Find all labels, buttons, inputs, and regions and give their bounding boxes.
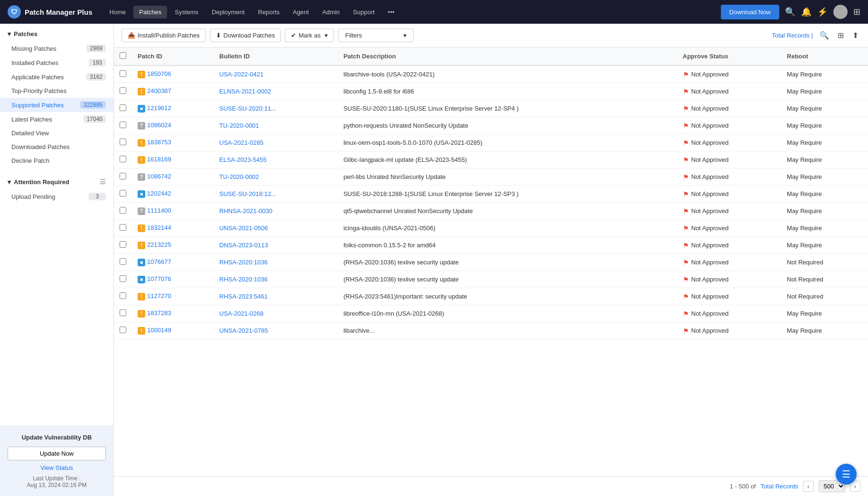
sidebar-item-downloaded-patches[interactable]: Downloaded Patches xyxy=(0,140,113,154)
patch-id-link[interactable]: 1618169 xyxy=(147,156,171,163)
sidebar-item-installed-patches[interactable]: Installed Patches193 xyxy=(0,56,113,70)
row-checkbox-13[interactable] xyxy=(120,292,126,299)
patch-id-link[interactable]: 1077076 xyxy=(147,275,171,282)
patch-id-link[interactable]: 1202442 xyxy=(147,190,171,197)
update-now-button[interactable]: Update Now xyxy=(8,447,106,460)
nav-item-reports[interactable]: Reports xyxy=(252,6,285,19)
bulletin-id-link[interactable]: RHSA-2020:1036 xyxy=(219,276,268,283)
patch-id-link[interactable]: 2213225 xyxy=(147,241,171,248)
row-checkbox-cell[interactable] xyxy=(114,66,132,83)
sidebar-item-upload-pending[interactable]: Upload Pending3 xyxy=(0,189,113,204)
fab-chat-button[interactable]: ☰ xyxy=(836,464,857,485)
bulletin-id-link[interactable]: SUSE-SU-2020:11... xyxy=(219,105,276,112)
select-all-checkbox[interactable] xyxy=(120,52,126,59)
row-checkbox-11[interactable] xyxy=(120,258,126,265)
nav-item-support[interactable]: Support xyxy=(347,6,381,19)
sidebar-item-latest-patches[interactable]: Latest Patches17040 xyxy=(0,112,113,126)
patch-id-link[interactable]: 1000149 xyxy=(147,327,171,334)
nav-item-•••[interactable]: ••• xyxy=(382,6,400,19)
bulletin-id-link[interactable]: RHSA-2023:5461 xyxy=(219,293,268,300)
bulletin-id-link[interactable]: UNSA-2021-0506 xyxy=(219,225,268,232)
patch-id-link[interactable]: 1086024 xyxy=(147,122,171,129)
row-checkbox-cell[interactable] xyxy=(114,100,132,117)
bell-icon[interactable]: 🔔 xyxy=(801,7,812,17)
select-all-header[interactable] xyxy=(114,47,132,66)
row-checkbox-cell[interactable] xyxy=(114,168,132,186)
row-checkbox-0[interactable] xyxy=(120,70,126,77)
row-checkbox-9[interactable] xyxy=(120,224,126,231)
row-checkbox-5[interactable] xyxy=(120,156,126,162)
row-checkbox-cell[interactable] xyxy=(114,305,132,322)
row-checkbox-1[interactable] xyxy=(120,87,126,94)
bulletin-id-link[interactable]: RHSA-2020:1036 xyxy=(219,259,268,266)
download-patches-button[interactable]: ⬇ Download Patches xyxy=(210,28,281,42)
row-checkbox-cell[interactable] xyxy=(114,83,132,100)
sidebar-item-decline-patch[interactable]: Decline Patch xyxy=(0,154,113,168)
patch-id-link[interactable]: 1111400 xyxy=(147,207,171,214)
patch-id-link[interactable]: 1832144 xyxy=(147,224,171,231)
row-checkbox-3[interactable] xyxy=(120,122,126,128)
bulletin-id-link[interactable]: RHNSA-2021-0030 xyxy=(219,207,272,215)
footer-total-records-link[interactable]: Total Records xyxy=(761,483,798,490)
bulletin-id-link[interactable]: TU-2020-0002 xyxy=(219,173,259,180)
row-checkbox-cell[interactable] xyxy=(114,237,132,254)
mark-as-button[interactable]: ✔ Mark as ▾ xyxy=(285,28,334,42)
patch-id-link[interactable]: 1838753 xyxy=(147,139,171,146)
row-checkbox-cell[interactable] xyxy=(114,117,132,134)
row-checkbox-cell[interactable] xyxy=(114,322,132,339)
bulletin-id-link[interactable]: TU-2020-0001 xyxy=(219,122,259,129)
grid-view-button[interactable]: ⊞ xyxy=(836,29,846,42)
patch-id-link[interactable]: 1219612 xyxy=(147,104,171,112)
row-checkbox-14[interactable] xyxy=(120,309,126,316)
row-checkbox-cell[interactable] xyxy=(114,220,132,237)
row-checkbox-cell[interactable] xyxy=(114,288,132,305)
row-checkbox-7[interactable] xyxy=(120,190,126,197)
bulletin-id-link[interactable]: USA-2021-0268 xyxy=(219,310,263,317)
download-now-button[interactable]: Download Now xyxy=(721,5,779,19)
bulletin-id-link[interactable]: SUSE-SU-2018:12... xyxy=(219,190,276,197)
row-checkbox-10[interactable] xyxy=(120,241,126,248)
bulletin-id-link[interactable]: USA-2022-0421 xyxy=(219,71,263,78)
sidebar-item-applicable-patches[interactable]: Applicable Patches3162 xyxy=(0,70,113,84)
nav-item-systems[interactable]: Systems xyxy=(169,6,204,19)
install-publish-button[interactable]: 📥 Install/Publish Patches xyxy=(121,28,206,42)
grid-icon[interactable]: ⊞ xyxy=(853,7,860,17)
row-checkbox-2[interactable] xyxy=(120,104,126,111)
row-checkbox-cell[interactable] xyxy=(114,254,132,271)
bulletin-id-link[interactable]: ELSA-2023-5455 xyxy=(219,156,267,163)
row-checkbox-6[interactable] xyxy=(120,173,126,179)
patch-id-link[interactable]: 1086742 xyxy=(147,173,171,180)
bulletin-id-link[interactable]: USA-2021-0285 xyxy=(219,139,263,146)
row-checkbox-cell[interactable] xyxy=(114,186,132,203)
sidebar-item-detailed-view[interactable]: Detailed View xyxy=(0,126,113,140)
lightning-icon[interactable]: ⚡ xyxy=(817,7,828,17)
collapse-icon[interactable]: ☰ xyxy=(100,178,106,186)
sidebar-item-top-priority-patches[interactable]: Top-Priority Patches xyxy=(0,84,113,98)
row-checkbox-cell[interactable] xyxy=(114,203,132,220)
sidebar-item-supported-patches[interactable]: Supported Patches322885 xyxy=(0,98,113,112)
export-button[interactable]: ⬆ xyxy=(850,29,860,42)
nav-item-patches[interactable]: Patches xyxy=(133,6,167,19)
prev-page-button[interactable]: ‹ xyxy=(803,481,813,492)
row-checkbox-4[interactable] xyxy=(120,139,126,145)
row-checkbox-15[interactable] xyxy=(120,327,126,333)
row-checkbox-8[interactable] xyxy=(120,207,126,214)
sidebar-section-attention[interactable]: ▾ Attention Required ☰ xyxy=(0,171,113,189)
search-patches-button[interactable]: 🔍 xyxy=(818,29,831,42)
row-checkbox-cell[interactable] xyxy=(114,151,132,168)
nav-item-agent[interactable]: Agent xyxy=(287,6,315,19)
patch-id-link[interactable]: 1127270 xyxy=(147,292,171,299)
bulletin-id-link[interactable]: ELNSA-2021-0002 xyxy=(219,88,271,95)
patch-id-link[interactable]: 1850706 xyxy=(147,70,171,77)
avatar[interactable] xyxy=(833,5,848,19)
view-status-link[interactable]: View Status xyxy=(8,464,106,471)
nav-item-home[interactable]: Home xyxy=(104,6,132,19)
search-icon[interactable]: 🔍 xyxy=(785,7,795,17)
row-checkbox-cell[interactable] xyxy=(114,134,132,151)
nav-item-deployment[interactable]: Deployment xyxy=(206,6,250,19)
filters-button[interactable]: Filters ▾ xyxy=(338,28,414,42)
sidebar-item-missing-patches[interactable]: Missing Patches2969 xyxy=(0,41,113,56)
bulletin-id-link[interactable]: UNSA-2021-0785 xyxy=(219,327,268,334)
patch-id-link[interactable]: 1837283 xyxy=(147,309,171,317)
patch-id-link[interactable]: 2400387 xyxy=(147,87,171,94)
